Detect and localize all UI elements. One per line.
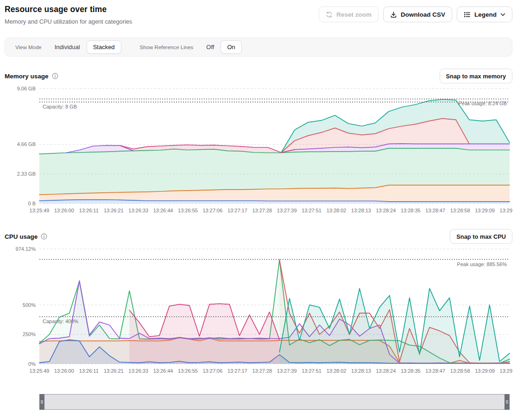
x-tick-label: 13:29:09 <box>475 368 495 374</box>
brush-handle-right[interactable] <box>504 394 510 410</box>
x-tick-label: 13:28:02 <box>327 208 347 213</box>
reference-lines-label: Show Reference Lines <box>140 45 194 50</box>
x-tick-label: 13:27:39 <box>277 208 297 213</box>
x-tick-label: 13:28:24 <box>376 208 396 213</box>
cpu-section-title: CPU usage <box>5 233 47 240</box>
download-csv-button[interactable]: Download CSV <box>383 6 452 22</box>
reset-zoom-icon <box>326 11 333 18</box>
chevron-down-icon <box>500 13 505 16</box>
x-tick-label: 13:28:58 <box>450 208 470 213</box>
x-tick-label: 13:28:24 <box>376 368 396 374</box>
x-tick-label: 13:26:00 <box>54 368 74 374</box>
x-tick-label: 13:28:13 <box>351 368 371 374</box>
title-block: Resource usage over time Memory and CPU … <box>5 5 132 25</box>
x-tick-label: 13:27:39 <box>277 368 297 374</box>
info-icon[interactable] <box>41 233 47 240</box>
x-tick-label: 13:27:17 <box>227 208 247 213</box>
x-tick-label: 13:26:21 <box>104 368 124 374</box>
cpu-title-text: CPU usage <box>5 233 38 240</box>
y-tick-label: 0% <box>28 361 36 367</box>
download-csv-label: Download CSV <box>401 11 445 18</box>
x-tick-label: 13:26:11 <box>79 208 99 213</box>
cpu-chart[interactable]: 974.12%500%250%0%Capacity: 400%Peak usag… <box>5 246 512 375</box>
reference-lines-on[interactable]: On <box>221 40 241 54</box>
x-tick-label: 13:27:17 <box>227 368 247 374</box>
memory-title-text: Memory usage <box>5 73 49 80</box>
view-mode-individual[interactable]: Individual <box>48 40 87 54</box>
info-icon[interactable] <box>52 73 58 79</box>
reference-line-label: Capacity: 8 GB <box>43 104 77 109</box>
y-tick-label: 500% <box>23 302 36 308</box>
download-icon <box>390 11 397 18</box>
y-tick-label: 9.06 GB <box>17 86 36 91</box>
view-controls-bar: View Mode Individual Stacked Show Refere… <box>5 38 512 57</box>
x-tick-label: 13:28:58 <box>450 368 470 374</box>
time-range-brush[interactable] <box>39 394 510 410</box>
memory-section-header: Memory usage Snap to max memory <box>5 69 512 83</box>
brush-handle-left[interactable] <box>39 394 44 410</box>
x-tick-label: 13:26:44 <box>153 208 173 213</box>
y-tick-label: 974.12% <box>16 246 36 252</box>
x-tick-label: 13:27:28 <box>252 368 272 374</box>
reference-line-label: Capacity: 400% <box>43 318 78 324</box>
x-tick-label: 13:27:06 <box>202 368 222 374</box>
x-tick-label: 13:28:35 <box>401 208 421 213</box>
x-tick-label: 13:28:35 <box>401 368 421 374</box>
x-tick-label: 13:26:21 <box>104 208 124 213</box>
memory-chart[interactable]: 9.06 GB4.66 GB2.33 GB0 BCapacity: 8 GBPe… <box>5 85 512 215</box>
x-tick-label: 13:26:00 <box>54 208 74 213</box>
reference-line-label: Peak usage: 8.24 GB <box>458 101 507 106</box>
page-subtitle: Memory and CPU utilization for agent cat… <box>5 18 132 25</box>
y-tick-label: 250% <box>23 331 36 337</box>
legend-label: Legend <box>474 11 497 18</box>
x-tick-label: 13:28:02 <box>327 368 347 374</box>
x-tick-label: 13:27:28 <box>252 208 272 213</box>
x-tick-label: 13:28:47 <box>425 368 445 374</box>
reset-zoom-button[interactable]: Reset zoom <box>319 6 378 22</box>
snap-to-max-memory-button[interactable]: Snap to max memory <box>440 69 512 83</box>
y-tick-label: 4.66 GB <box>17 141 36 147</box>
x-tick-label: 13:28:13 <box>351 208 371 213</box>
x-tick-label: 13:26:55 <box>178 208 198 213</box>
x-tick-label: 13:29:24 <box>500 208 512 213</box>
legend-list-icon <box>464 11 471 18</box>
reference-lines-off[interactable]: Off <box>200 40 221 54</box>
reference-line-label: Peak usage: 885.56% <box>457 261 507 267</box>
x-tick-label: 13:27:51 <box>302 368 322 374</box>
dashboard-page: Resource usage over time Memory and CPU … <box>0 0 517 416</box>
x-tick-label: 13:29:09 <box>475 208 495 213</box>
x-tick-label: 13:26:11 <box>79 368 99 374</box>
x-tick-label: 13:25:49 <box>30 368 50 374</box>
x-tick-label: 13:25:49 <box>30 208 50 213</box>
x-tick-label: 13:28:47 <box>425 208 445 213</box>
page-header: Resource usage over time Memory and CPU … <box>5 5 512 25</box>
reset-zoom-label: Reset zoom <box>336 11 372 18</box>
x-tick-label: 13:26:33 <box>128 368 148 374</box>
page-title: Resource usage over time <box>5 5 132 14</box>
view-mode-label: View Mode <box>15 45 42 50</box>
snap-to-max-cpu-button[interactable]: Snap to max CPU <box>450 229 512 244</box>
cpu-section-header: CPU usage Snap to max CPU <box>5 229 512 244</box>
x-tick-label: 13:26:55 <box>178 368 198 374</box>
x-tick-label: 13:26:44 <box>153 368 173 374</box>
y-tick-label: 2.33 GB <box>17 171 36 177</box>
series-area-magenta <box>129 304 279 364</box>
legend-button[interactable]: Legend <box>457 6 512 22</box>
view-mode-stacked[interactable]: Stacked <box>87 40 121 54</box>
x-tick-label: 13:29:24 <box>500 368 512 374</box>
toolbar: Reset zoom Download CSV <box>319 6 512 22</box>
y-tick-label: 0 B <box>28 201 36 206</box>
x-tick-label: 13:27:51 <box>302 208 322 213</box>
memory-section-title: Memory usage <box>5 73 58 80</box>
x-tick-label: 13:27:06 <box>202 208 222 213</box>
x-tick-label: 13:26:33 <box>128 208 148 213</box>
